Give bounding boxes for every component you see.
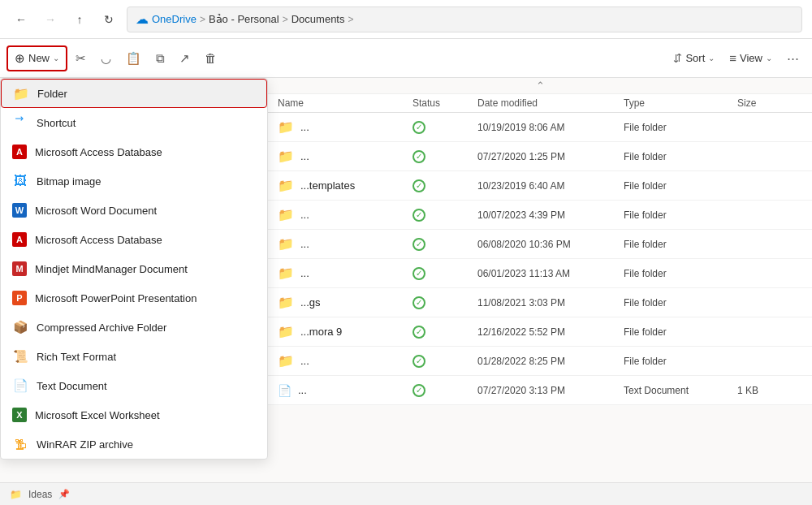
rtf-icon: 📜 [12,348,28,365]
file-name: ...mora 9 [300,326,342,338]
dropdown-item-rtf[interactable]: 📜 Rich Text Format [1,342,267,371]
dropdown-label-folder: Folder [37,88,67,100]
file-date: 10/23/2019 6:40 AM [477,180,624,192]
file-name: ... [300,238,309,250]
file-type: File folder [624,268,737,279]
cut-button[interactable]: ✂ [69,45,93,71]
mindjet-icon: M [12,261,27,276]
sort-icon: ⇵ [673,52,682,64]
dropdown-item-shortcut[interactable]: ↗ Shortcut [1,108,267,137]
delete-icon: 🗑 [205,51,217,65]
file-name: ... [300,267,309,279]
file-type: File folder [624,326,737,338]
access-icon: A [12,145,27,159]
dropdown-label-rtf: Rich Text Format [37,351,116,363]
sort-label: Sort [685,52,705,64]
status-badge: ✓ [412,238,425,251]
status-badge: ✓ [412,121,425,134]
file-type: File folder [624,356,737,367]
more-icon: ⋯ [787,51,799,66]
file-date: 10/19/2019 8:06 AM [477,122,624,133]
refresh-button[interactable]: ↻ [97,8,120,31]
dropdown-item-access-db[interactable]: A Microsoft Access Database [1,137,267,166]
new-button[interactable]: ⊕ New ⌄ [6,45,67,71]
table-row[interactable]: 📁 ...templates ✓ 10/23/2019 6:40 AM File… [268,171,812,201]
status-badge: ✓ [412,267,425,280]
file-type: File folder [624,180,737,192]
file-name: ... [300,121,309,133]
file-list: ⌃ Name Status Date modified Type Size 📁 … [268,78,812,505]
file-name-cell: 📁 ... [278,236,412,252]
breadcrumb-sep-3: > [348,14,353,25]
dropdown-label-compressed: Compressed Archive Folder [37,322,166,334]
dropdown-item-folder[interactable]: 📁 Folder [1,79,267,108]
forward-button[interactable]: → [39,8,62,31]
dropdown-label-powerpoint: Microsoft PowerPoint Presentation [35,292,197,304]
table-row[interactable]: 📁 ...mora 9 ✓ 12/16/2022 5:52 PM File fo… [268,317,812,347]
dropdown-item-word[interactable]: W Microsoft Word Document [1,196,267,225]
file-size: 1 KB [737,385,802,396]
breadcrumb[interactable]: ☁ OneDrive > Bảo - Personal > Documents … [127,6,802,32]
paste-icon: 📋 [126,51,141,66]
breadcrumb-sep-2: > [283,14,288,25]
file-type: File folder [624,209,737,221]
dropdown-label-winrar: WinRAR ZIP archive [37,438,133,451]
dropdown-item-compressed[interactable]: 📦 Compressed Archive Folder [1,313,267,342]
bottom-bar: 📁 Ideas 📌 [0,482,812,505]
shortcut-icon: ↗ [9,111,32,134]
file-name: ...gs [300,296,321,309]
copy-path-button[interactable]: ⧉ [149,45,171,71]
table-row[interactable]: 📁 ... ✓ 06/08/2020 10:36 PM File folder [268,230,812,259]
table-row[interactable]: 📁 ...gs ✓ 11/08/2021 3:03 PM File folder [268,288,812,317]
powerpoint-icon: P [12,291,27,305]
status-badge: ✓ [412,150,425,163]
sort-caret-icon: ⌄ [708,54,715,63]
paste-button[interactable]: 📋 [119,45,148,71]
dropdown-item-winrar[interactable]: 🗜 WinRAR ZIP archive [1,429,267,459]
dropdown-item-powerpoint[interactable]: P Microsoft PowerPoint Presentation [1,283,267,313]
sort-button[interactable]: ⇵ Sort ⌄ [667,45,721,71]
text-doc-row-icon: 📄 [278,384,292,397]
file-type: File folder [624,239,737,250]
share-icon: ↗ [179,51,190,66]
up-button[interactable]: ↑ [68,8,91,31]
view-button[interactable]: ≡ View ⌄ [723,45,779,71]
bottom-folder-name: Ideas [28,489,52,500]
file-list-header: Name Status Date modified Type Size [268,94,812,113]
status-badge: ✓ [412,326,425,339]
dropdown-item-text[interactable]: 📄 Text Document [1,371,267,400]
scroll-up[interactable]: ⌃ [268,78,812,94]
new-label: New [28,52,50,64]
dropdown-item-mindjet[interactable]: M Mindjet MindManager Document [1,254,267,283]
more-button[interactable]: ⋯ [780,45,806,71]
scroll-up-icon: ⌃ [536,80,545,92]
dropdown-item-access-db2[interactable]: A Microsoft Access Database [1,225,267,254]
status-badge: ✓ [412,179,425,192]
dropdown-label-text: Text Document [37,380,107,392]
dropdown-item-bitmap[interactable]: 🖼 Bitmap image [1,166,267,196]
copy-button[interactable]: ◡ [94,45,118,71]
table-row[interactable]: 📁 ... ✓ 01/28/2022 8:25 PM File folder [268,347,812,376]
table-row[interactable]: 📁 ... ✓ 07/27/2020 1:25 PM File folder [268,142,812,171]
folder-row-icon: 📁 [278,178,294,193]
delete-button[interactable]: 🗑 [198,45,223,71]
table-row[interactable]: 📁 ... ✓ 06/01/2023 11:13 AM File folder [268,259,812,288]
table-row[interactable]: 📁 ... ✓ 10/07/2023 4:39 PM File folder [268,201,812,230]
file-date: 11/08/2021 3:03 PM [477,297,624,309]
view-label: View [740,52,762,64]
dropdown-item-excel[interactable]: X Microsoft Excel Worksheet [1,400,267,429]
table-row[interactable]: 📁 ... ✓ 10/19/2019 8:06 AM File folder [268,113,812,142]
file-type: Text Document [624,385,737,396]
folder-icon: 📁 [13,85,29,101]
breadcrumb-sep-1: > [200,14,205,25]
file-name-cell: 📁 ...gs [278,295,412,310]
dropdown-label-mindjet: Mindjet MindManager Document [35,263,188,275]
cut-icon: ✂ [76,51,86,66]
table-row[interactable]: 📄 ... ✓ 07/27/2020 3:13 PM Text Document… [268,376,812,405]
text-doc-icon: 📄 [12,378,28,394]
file-name: ...templates [300,179,355,192]
address-bar: ← → ↑ ↻ ☁ OneDrive > Bảo - Personal > Do… [0,0,812,39]
copy-path-icon: ⧉ [156,51,165,66]
back-button[interactable]: ← [10,8,32,31]
share-button[interactable]: ↗ [173,45,197,71]
